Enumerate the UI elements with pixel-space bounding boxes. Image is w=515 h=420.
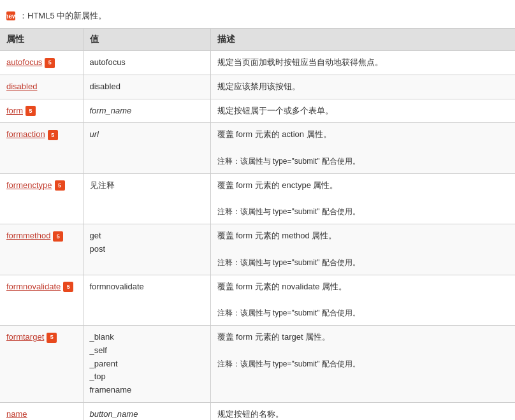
attr-link[interactable]: formmethod	[6, 231, 50, 240]
attr-desc: 覆盖 form 元素的 method 属性。注释：该属性与 type="subm…	[210, 224, 515, 275]
new-badge: new	[6, 11, 15, 20]
table-row: formaction5url覆盖 form 元素的 action 属性。注释：该…	[0, 123, 515, 173]
table-row: formmethod5getpost覆盖 form 元素的 method 属性。…	[0, 224, 515, 275]
attr-desc: 规定当页面加载时按钮应当自动地获得焦点。	[210, 51, 515, 75]
attr-link[interactable]: formenctype	[6, 180, 52, 190]
h5-badge: 5	[25, 106, 36, 116]
table-row: form5form_name规定按钮属于一个或多个表单。	[0, 99, 515, 123]
attr-values: 见注释	[83, 173, 210, 224]
table-row: disableddisabled规定应该禁用该按钮。	[0, 75, 515, 99]
h5-badge: 5	[45, 58, 55, 68]
attr-desc: 覆盖 form 元素的 enctype 属性。注释：该属性与 type="sub…	[210, 173, 515, 224]
attr-values: button_name	[83, 402, 210, 420]
h5-badge: 5	[53, 231, 63, 242]
table-row: autofocus5autofocus规定当页面加载时按钮应当自动地获得焦点。	[0, 51, 515, 75]
attr-desc: 规定应该禁用该按钮。	[210, 75, 515, 99]
table-header-row: 属性 值 描述	[0, 29, 515, 51]
table-row: formnovalidate5formnovalidate覆盖 form 元素的…	[0, 275, 515, 325]
col-header-desc: 描述	[210, 29, 515, 51]
attr-link[interactable]: formnovalidate	[6, 282, 61, 291]
attr-desc: 规定按钮的名称。	[210, 402, 515, 420]
attr-values: disabled	[83, 75, 210, 99]
header-note: new ：HTML5 中的新属性。	[0, 6, 515, 28]
table-row: formtarget5_blank_self_parent_topframena…	[0, 325, 515, 402]
col-header-val: 值	[83, 29, 210, 51]
h5-badge: 5	[63, 282, 73, 292]
attr-link[interactable]: form	[6, 106, 23, 115]
attr-values: autofocus	[83, 51, 210, 75]
attr-values: formnovalidate	[83, 275, 210, 325]
attr-values: url	[83, 123, 210, 173]
attr-values: form_name	[83, 99, 210, 123]
h5-badge: 5	[55, 180, 65, 191]
attr-desc: 覆盖 form 元素的 novalidate 属性。注释：该属性与 type="…	[210, 275, 515, 325]
attr-desc: 覆盖 form 元素的 action 属性。注释：该属性与 type="subm…	[210, 123, 515, 173]
attr-link[interactable]: autofocus	[6, 57, 42, 67]
attributes-table: 属性 值 描述 autofocus5autofocus规定当页面加载时按钮应当自…	[0, 28, 515, 420]
attr-desc: 规定按钮属于一个或多个表单。	[210, 99, 515, 123]
header-description: ：HTML5 中的新属性。	[19, 10, 106, 22]
attr-values: _blank_self_parent_topframename	[83, 325, 210, 402]
page-wrapper: new ：HTML5 中的新属性。 属性 值 描述 autofocus5auto…	[0, 0, 515, 420]
h5-badge: 5	[47, 333, 57, 343]
attr-link[interactable]: formtarget	[6, 332, 44, 342]
attr-values: getpost	[83, 224, 210, 275]
attr-link[interactable]: formaction	[6, 129, 45, 139]
h5-badge: 5	[48, 130, 58, 140]
attr-link[interactable]: disabled	[6, 82, 37, 91]
col-header-attr: 属性	[0, 29, 83, 51]
table-row: formenctype5见注释覆盖 form 元素的 enctype 属性。注释…	[0, 173, 515, 224]
attr-link[interactable]: name	[6, 409, 27, 419]
table-row: namebutton_name规定按钮的名称。	[0, 402, 515, 420]
attr-desc: 覆盖 form 元素的 target 属性。注释：该属性与 type="subm…	[210, 325, 515, 402]
